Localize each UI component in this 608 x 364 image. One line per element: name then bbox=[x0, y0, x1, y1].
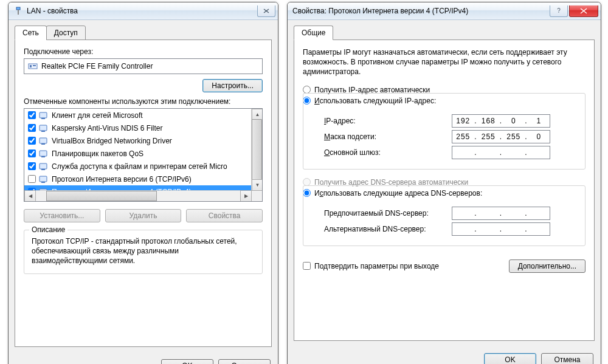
component-checkbox[interactable] bbox=[28, 137, 36, 145]
component-icon bbox=[38, 136, 48, 146]
svg-rect-8 bbox=[41, 131, 45, 132]
validate-label: Подтвердить параметры при выходе bbox=[314, 262, 439, 270]
scroll-right-button[interactable]: ▶ bbox=[240, 190, 252, 202]
component-checkbox[interactable] bbox=[28, 149, 36, 157]
validate-checkbox[interactable] bbox=[303, 262, 311, 270]
scroll-left-button[interactable]: ◀ bbox=[24, 190, 36, 202]
titlebar[interactable]: LAN - свойства bbox=[9, 2, 278, 20]
components-list[interactable]: Клиент для сетей MicrosoftKaspersky Anti… bbox=[24, 108, 263, 202]
svg-rect-1 bbox=[18, 10, 19, 15]
scroll-down-button[interactable]: ▼ bbox=[252, 179, 263, 191]
scroll-thumb-h[interactable] bbox=[46, 191, 157, 201]
dns1-label: Предпочитаемый DNS-сервер: bbox=[324, 209, 452, 218]
dns2-input[interactable]: ... bbox=[452, 222, 550, 236]
description-group: Описание Протокол TCP/IP - стандартный п… bbox=[24, 230, 263, 274]
properties-button[interactable]: Свойства bbox=[186, 209, 263, 222]
install-button[interactable]: Установить... bbox=[24, 209, 100, 222]
cancel-button[interactable]: Отмена bbox=[218, 359, 271, 364]
adapter-name: Realtek PCIe FE Family Controller bbox=[41, 62, 153, 70]
ok-button[interactable]: OK bbox=[161, 359, 213, 364]
validate-checkbox-row[interactable]: Подтвердить параметры при выходе bbox=[303, 262, 439, 270]
svg-rect-16 bbox=[41, 182, 45, 183]
help-button[interactable]: ? bbox=[550, 5, 568, 17]
component-checkbox[interactable] bbox=[28, 111, 36, 119]
svg-rect-5 bbox=[40, 112, 47, 118]
component-label: Планировщик пакетов QoS bbox=[52, 149, 143, 158]
svg-rect-12 bbox=[41, 156, 45, 157]
dns1-input[interactable]: ... bbox=[452, 207, 550, 220]
component-label: VirtualBox Bridged Networking Driver bbox=[52, 137, 172, 145]
scrollbar-horizontal[interactable]: ◀ ▶ bbox=[24, 190, 252, 201]
subnet-mask-label: Маска подсети: bbox=[324, 132, 452, 141]
list-item[interactable]: VirtualBox Bridged Networking Driver bbox=[24, 134, 262, 147]
component-checkbox[interactable] bbox=[28, 124, 36, 132]
svg-rect-13 bbox=[40, 163, 47, 169]
dns2-label: Альтернативный DNS-сервер: bbox=[324, 225, 452, 233]
gateway-input[interactable]: . . . bbox=[452, 146, 550, 159]
ipv4-properties-window: Свойства: Протокол Интернета версии 4 (T… bbox=[287, 2, 601, 364]
svg-rect-7 bbox=[40, 125, 47, 131]
dns-group: Предпочитаемый DNS-сервер: ... Альтернат… bbox=[303, 185, 586, 246]
close-button[interactable] bbox=[569, 5, 598, 17]
svg-rect-4 bbox=[33, 65, 36, 66]
svg-rect-0 bbox=[16, 7, 20, 10]
ip-group: IP-адрес: 192. 168. 0. 1 Маска подсети: … bbox=[303, 93, 586, 170]
scrollbar-vertical[interactable]: ▲ ▼ bbox=[251, 109, 262, 191]
svg-rect-14 bbox=[41, 169, 45, 170]
list-item[interactable]: Протокол Интернета версии 6 (TCP/IPv6) bbox=[24, 173, 262, 185]
cancel-button[interactable]: Отмена bbox=[541, 353, 593, 364]
description-title: Описание bbox=[29, 225, 67, 234]
list-item[interactable]: Kaspersky Anti-Virus NDIS 6 Filter bbox=[24, 122, 262, 134]
adapter-display: Realtek PCIe FE Family Controller bbox=[24, 58, 263, 74]
svg-rect-11 bbox=[40, 151, 47, 156]
titlebar[interactable]: Свойства: Протокол Интернета версии 4 (T… bbox=[288, 2, 601, 20]
component-icon bbox=[38, 174, 48, 184]
list-item[interactable]: Планировщик пакетов QoS bbox=[24, 147, 262, 160]
svg-rect-9 bbox=[40, 138, 47, 143]
components-label: Отмеченные компоненты используются этим … bbox=[24, 97, 263, 106]
component-checkbox[interactable] bbox=[28, 162, 36, 170]
svg-rect-15 bbox=[40, 176, 47, 182]
remove-button[interactable]: Удалить bbox=[105, 209, 182, 222]
advanced-button[interactable]: Дополнительно... bbox=[509, 259, 586, 273]
configure-button[interactable]: Настроить... bbox=[202, 79, 263, 92]
component-label: Протокол Интернета версии 6 (TCP/IPv6) bbox=[52, 175, 192, 184]
list-item[interactable]: Служба доступа к файлам и принтерам сете… bbox=[24, 160, 262, 173]
component-icon bbox=[38, 149, 48, 159]
svg-rect-10 bbox=[41, 143, 45, 145]
lan-properties-window: LAN - свойства Сеть Доступ Подключение ч… bbox=[8, 2, 278, 364]
component-label: Клиент для сетей Microsoft bbox=[52, 111, 143, 120]
tab-access[interactable]: Доступ bbox=[46, 26, 86, 40]
tab-network[interactable]: Сеть bbox=[15, 26, 47, 40]
svg-rect-6 bbox=[41, 118, 45, 119]
network-card-icon bbox=[28, 61, 38, 71]
ip-address-label: IP-адрес: bbox=[324, 117, 452, 125]
connect-using-label: Подключение через: bbox=[24, 47, 263, 56]
ip-address-input[interactable]: 192. 168. 0. 1 bbox=[452, 114, 550, 128]
component-label: Служба доступа к файлам и принтерам сете… bbox=[52, 162, 227, 171]
subnet-mask-input[interactable]: 255. 255. 255. 0 bbox=[452, 130, 550, 143]
component-checkbox[interactable] bbox=[28, 175, 36, 183]
window-title: LAN - свойства bbox=[27, 7, 257, 15]
network-adapter-icon bbox=[13, 6, 23, 16]
info-text: Параметры IP могут назначаться автоматич… bbox=[303, 47, 586, 77]
component-icon bbox=[38, 111, 48, 120]
description-text: Протокол TCP/IP - стандартный протокол г… bbox=[32, 236, 255, 266]
component-icon bbox=[38, 162, 48, 171]
gateway-label: Основной шлюз: bbox=[324, 148, 452, 157]
component-icon bbox=[38, 123, 48, 133]
svg-rect-3 bbox=[30, 65, 32, 67]
list-item[interactable]: Клиент для сетей Microsoft bbox=[24, 109, 262, 122]
scroll-thumb-v[interactable] bbox=[252, 119, 262, 181]
ok-button[interactable]: OK bbox=[484, 353, 536, 364]
tab-general[interactable]: Общие bbox=[294, 26, 333, 40]
window-title: Свойства: Протокол Интернета версии 4 (T… bbox=[292, 7, 550, 15]
component-label: Kaspersky Anti-Virus NDIS 6 Filter bbox=[52, 124, 163, 132]
close-button[interactable] bbox=[257, 5, 275, 17]
